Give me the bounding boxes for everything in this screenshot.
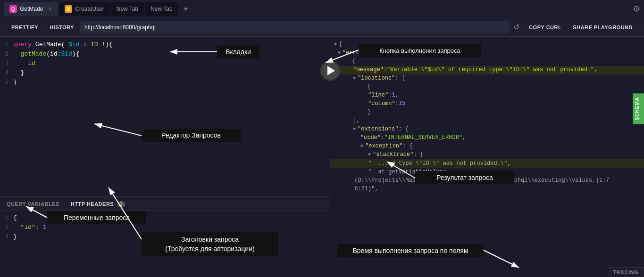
line-num-5: 5 [0,79,13,86]
var-content-1: { [13,214,17,221]
prettify-button[interactable]: PRETTIFY [6,18,44,37]
right-panel: ▼ { ▼ "errors": [ { "message" : "Variabl… [330,37,644,277]
schema-tab[interactable]: SCHEMA [633,93,644,124]
var-content-3: } [13,233,17,240]
tab-icon-q: Q [9,5,17,13]
result-line-exception: ▼ "exception" : { [330,142,644,151]
line-num-1: 1 [0,41,13,48]
new-tab-button[interactable]: + [179,2,192,16]
bottom-tabs: QUERY VARIABLES HTTP HEADERS 1 [0,197,330,211]
tab-http-headers[interactable]: HTTP HEADERS 1 [69,201,127,207]
line-num-4: 4 [0,70,13,76]
code-line-5: 5 } [0,78,330,88]
code-line-3: 3 id [0,59,330,69]
toolbar: PRETTIFY HISTORY ↺ COPY CURL SHARE PLAYG… [0,18,644,37]
var-line-2: 2 "id": 1 [0,223,330,233]
code-content-4: } [13,69,24,76]
result-line-column: "column" : 15 [330,100,644,108]
tab-label-newtab1: New Tab [117,6,138,12]
var-content-2: "id": 1 [13,224,46,231]
code-line-1: 1 query GetMade( $id : ID !){ [0,41,330,50]
var-num-1: 1 [0,215,13,221]
left-panel: 1 query GetMade( $id : ID !){ 2 getMade(… [0,37,330,277]
undo-button[interactable]: ↺ [510,23,523,32]
tab-close-getmade[interactable]: ✕ [48,6,52,12]
result-line-stacktrace: ▼ "stacktrace" : [ [330,151,644,159]
toolbar-right: ↺ COPY CURL SHARE PLAYGROUND [510,23,638,32]
execute-button[interactable] [320,60,341,81]
line-num-3: 3 [0,60,13,67]
code-line-4: 4 } [0,69,330,78]
result-line-locations: ▼ "locations" : [ [330,74,644,83]
var-line-1: 1 { [0,214,330,223]
result-line-extensions: ▼ "extensions" : { [330,125,644,134]
code-content-2: getMade(id:$id){ [13,50,79,57]
query-editor[interactable]: 1 query GetMade( $id : ID !){ 2 getMade(… [0,37,330,197]
main-area: 1 query GetMade( $id : ID !){ 2 getMade(… [0,37,644,277]
result-overflow: " ...ed type \"ID!\" was not provided.\"… [330,159,644,168]
tab-newtab1[interactable]: New Tab [111,2,144,16]
result-line-arr-close: ], [330,117,644,125]
variables-content[interactable]: 1 { 2 "id": 1 3 } [0,211,330,277]
var-line-3: 3 } [0,233,330,242]
code-content-5: } [13,79,17,86]
result-line-loc-open: { [330,83,644,91]
result-line-code: "code" : "INTERNAL_SERVER_ERROR" , [330,134,644,142]
tab-getmade[interactable]: Q GetMade ✕ [4,2,58,16]
line-num-2: 2 [0,51,13,57]
var-num-2: 2 [0,224,13,231]
var-num-3: 3 [0,234,13,240]
tab-label-newtab2: New Tab [151,6,172,12]
result-line-2: { [330,57,644,66]
bottom-panel: QUERY VARIABLES HTTP HEADERS 1 1 { 2 "id… [0,197,330,277]
result-line-line: "line" : 1 , [330,91,644,100]
result-line-message: "message" : "Variable \"$id\" of require… [330,66,644,74]
share-playground-button[interactable]: SHARE PLAYGROUND [567,24,638,30]
result-stackline3: 6:21)", [330,185,644,193]
tracing-tab[interactable]: TRACING [607,267,644,277]
http-headers-badge: 1 [117,201,125,207]
copy-curl-button[interactable]: COPY CURL [523,24,567,30]
result-area[interactable]: ▼ { ▼ "errors": [ { "message" : "Variabl… [330,37,644,277]
result-line-0: ▼ { [330,41,644,49]
tab-icon-m: M [65,5,72,13]
result-line-1: ▼ "errors": [ [330,49,644,57]
code-line-2: 2 getMade(id:$id){ [0,50,330,59]
url-input[interactable] [80,21,510,33]
tab-label-getmade: GetMade [20,6,43,12]
result-stackline1: " at getVariableValues [330,168,644,176]
result-stackline2: (D:\\Projects\\Made\\backend\\node_modul… [330,176,644,185]
history-button[interactable]: HISTORY [44,18,80,37]
code-content-3: id [13,60,35,67]
tabs-bar: Q GetMade ✕ M CreateUser New Tab New Tab… [0,0,644,18]
tab-createuser[interactable]: M CreateUser [59,2,109,16]
result-line-loc-close: } [330,108,644,117]
code-content-1: query GetMade( $id : ID !){ [13,41,113,48]
tab-query-variables[interactable]: QUERY VARIABLES [5,201,61,207]
tab-label-createuser: CreateUser [75,6,104,12]
settings-icon[interactable]: ⚙ [633,4,640,14]
tab-newtab2[interactable]: New Tab [145,2,178,16]
